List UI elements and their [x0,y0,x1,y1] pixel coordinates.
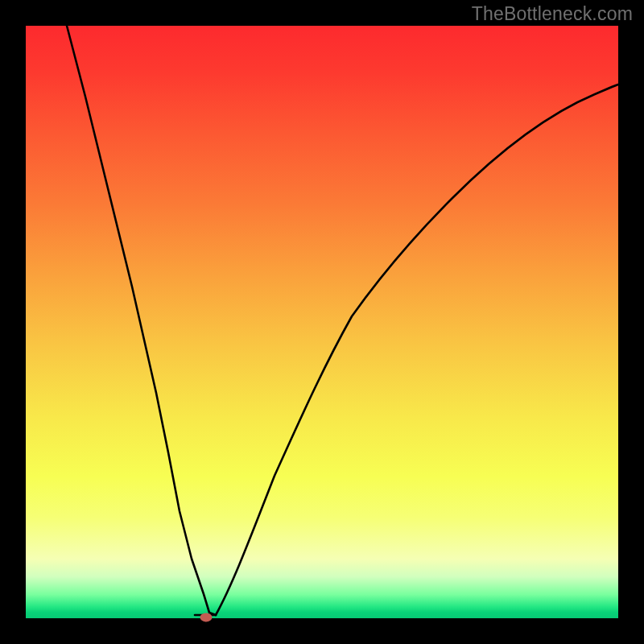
chart-frame: TheBottleneck.com [0,0,644,644]
plot-area [26,26,618,618]
watermark-text: TheBottleneck.com [472,3,633,25]
bottleneck-curve [26,26,618,618]
min-point-dot [200,613,213,621]
